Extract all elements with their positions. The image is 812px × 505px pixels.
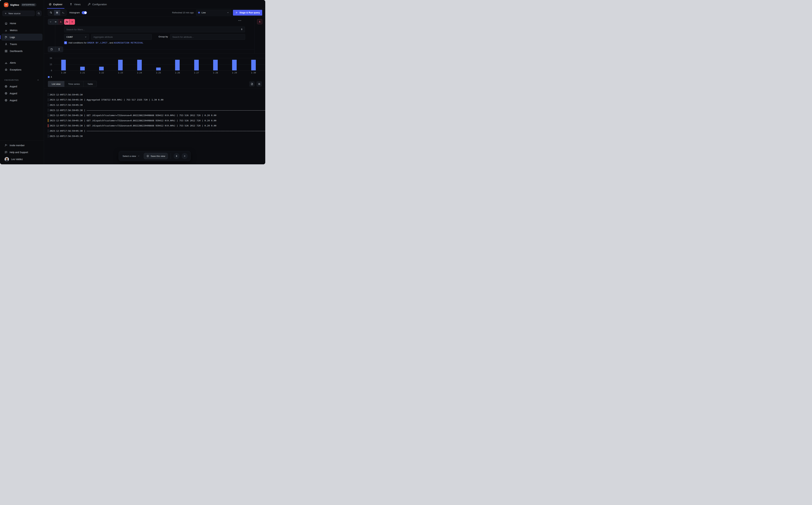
x-axis-tick: 1:21 xyxy=(80,71,85,74)
time-range-select[interactable]: Live xyxy=(196,10,231,16)
log-row[interactable]: 2023-12-09T17:56:59+05:30 | GET /dispatc… xyxy=(48,123,265,129)
query-letter-badge[interactable]: A xyxy=(58,19,63,24)
new-view-button[interactable] xyxy=(182,153,188,159)
function-button[interactable]: ƒx xyxy=(64,19,69,24)
log-row[interactable]: 2023-12-09T17:56:59+05:30 | ————————————… xyxy=(48,108,265,113)
log-row[interactable]: 2023-12-09T17:56:59+05:30 xyxy=(48,103,265,108)
sidebar-search-button[interactable] xyxy=(36,11,41,16)
sidebar-item-home[interactable]: Home xyxy=(1,20,42,27)
header-tabs: ExplorerViewsConfiguration xyxy=(44,0,265,9)
new-source-button[interactable]: New source xyxy=(2,11,35,16)
log-row[interactable]: 2023-12-09T17:56:59+05:30 | ————————————… xyxy=(48,128,265,134)
chevron-down-icon xyxy=(84,36,87,38)
tab-time-series[interactable]: Time series xyxy=(64,81,84,87)
chart-legend[interactable]: A xyxy=(48,76,52,78)
tab-table[interactable]: Table xyxy=(84,81,96,87)
log-row[interactable]: 2023-12-09T17:56:59+05:30 | GET /dispatc… xyxy=(48,113,265,118)
download-button[interactable] xyxy=(249,81,254,87)
legend-swatch xyxy=(48,76,49,78)
sidebar-item-metrics[interactable]: Metrics xyxy=(1,27,42,34)
select-view-dropdown[interactable]: Select a view xyxy=(122,155,141,157)
query-tab-badge[interactable]: A xyxy=(257,19,262,24)
tab-explorer[interactable]: Explorer xyxy=(49,0,62,9)
histogram-bar-1-28[interactable] xyxy=(213,60,218,70)
sidebar: SigNoz ENTERPRISE New source HomeMetrics… xyxy=(0,0,44,164)
tab-list-view[interactable]: List view xyxy=(48,81,64,87)
sidebar-item-traces[interactable]: Traces xyxy=(1,41,42,47)
query-actions: ƒx xyxy=(64,19,75,25)
aggregate-attribute-input[interactable] xyxy=(91,34,152,40)
sidebar-item-logs[interactable]: Logs xyxy=(1,34,42,41)
play-icon xyxy=(235,11,238,14)
keyword-limit: LIMIT xyxy=(100,41,108,44)
sidebar-item-invite-member[interactable]: Invite member xyxy=(1,142,42,149)
sidebar-item-alerts[interactable]: Alerts xyxy=(1,59,42,66)
favourite-item-asgard[interactable]: Asgard xyxy=(1,97,42,104)
histogram-bar-1-22[interactable] xyxy=(99,67,104,70)
enterprise-badge: ENTERPRISE xyxy=(21,3,36,6)
aggregate-function-value: COUNT xyxy=(66,36,73,38)
bell-icon[interactable] xyxy=(240,28,243,31)
hide-query-button[interactable] xyxy=(53,19,58,24)
log-row[interactable]: 2023-12-09T17:56:59+05:30 xyxy=(48,92,265,97)
sidebar-item-label: Alerts xyxy=(10,61,16,64)
x-axis-tick: 1:23 xyxy=(118,71,123,74)
toolbar: Histogram Refreshed 10 min ago Live Stag… xyxy=(44,9,265,17)
tab-views[interactable]: Views xyxy=(69,0,80,9)
wrench-icon xyxy=(87,3,90,6)
sidebar-item-dashboards[interactable]: Dashboards xyxy=(1,47,42,54)
x-axis-tick: 1:20 xyxy=(61,71,66,74)
histogram-toggle[interactable] xyxy=(82,11,87,14)
favourites-title: FAVOURITES xyxy=(5,79,19,81)
histogram-bar-1-29[interactable] xyxy=(232,60,237,70)
view-mode-terminal[interactable] xyxy=(60,10,66,15)
sidebar-item-label: Invite member xyxy=(10,144,25,147)
view-mode-box-select[interactable] xyxy=(48,10,54,15)
histogram-bar-1-21[interactable] xyxy=(80,67,85,70)
format-options-button[interactable] xyxy=(257,81,262,87)
bell-button[interactable] xyxy=(173,153,180,159)
user-menu[interactable]: Leo Valdez xyxy=(1,156,42,163)
stage-run-query-button[interactable]: Stage & Run query xyxy=(233,10,262,16)
log-row[interactable]: 2023-12-09T17:56:59+05:30 xyxy=(48,134,265,139)
favourite-item-asgard[interactable]: Asgard xyxy=(1,90,42,97)
sidebar-item-help-and-support[interactable]: Help and Support xyxy=(1,149,42,156)
sidebar-item-label: Metrics xyxy=(10,29,17,32)
group-by-input[interactable] xyxy=(170,34,245,40)
histogram-bar-1-27[interactable] xyxy=(194,60,199,70)
sigma-icon[interactable]: Σ xyxy=(55,47,63,52)
result-view-tabs: List viewTime seriesTable xyxy=(48,81,97,87)
aggregate-function-select[interactable]: COUNT xyxy=(64,34,89,40)
keyword-order-by: ORDER BY xyxy=(87,41,98,44)
histogram-bar-1-20[interactable] xyxy=(61,60,66,70)
query-menu-button[interactable]: ••• xyxy=(238,19,242,22)
main-content: ExplorerViewsConfiguration Histogram Ref… xyxy=(44,0,265,164)
plus-icon xyxy=(183,155,186,157)
x-axis-tick: 1:26 xyxy=(175,71,180,74)
chevron-down-icon xyxy=(227,11,229,14)
log-row[interactable]: 2023-12-09T17:56:59+05:30 | Aggregated 3… xyxy=(48,97,265,103)
histogram-bar-1-25[interactable] xyxy=(156,67,161,70)
view-actions-bar: Select a view Save this view xyxy=(119,151,191,161)
log-row[interactable]: 2023-12-09T17:56:59+05:30 | GET /dispatc… xyxy=(48,118,265,123)
new-source-label: New source xyxy=(8,12,20,15)
add-condition-button[interactable] xyxy=(64,41,67,44)
histogram-bar-1-26[interactable] xyxy=(175,60,180,70)
tab-configuration[interactable]: Configuration xyxy=(87,0,107,9)
chevron-up-icon[interactable] xyxy=(37,79,39,81)
sidebar-item-exceptions[interactable]: Exceptions xyxy=(1,66,42,73)
atom-icon xyxy=(56,11,58,14)
histogram-bar-1-23[interactable] xyxy=(118,60,123,70)
help-icon xyxy=(5,151,7,154)
globe-icon xyxy=(5,99,7,102)
view-mode-atom[interactable] xyxy=(54,10,60,15)
database-question-icon[interactable] xyxy=(48,47,55,52)
live-dot-icon xyxy=(198,12,200,13)
save-view-button[interactable]: Save this view xyxy=(144,153,168,159)
collapse-query-button[interactable] xyxy=(48,19,53,24)
add-query-button[interactable] xyxy=(69,19,75,24)
search-filters-input[interactable] xyxy=(64,27,245,32)
histogram-bar-1-24[interactable] xyxy=(137,60,142,70)
favourite-item-asgard[interactable]: Asgard xyxy=(1,83,42,90)
histogram-bar-1-30[interactable] xyxy=(251,60,256,70)
